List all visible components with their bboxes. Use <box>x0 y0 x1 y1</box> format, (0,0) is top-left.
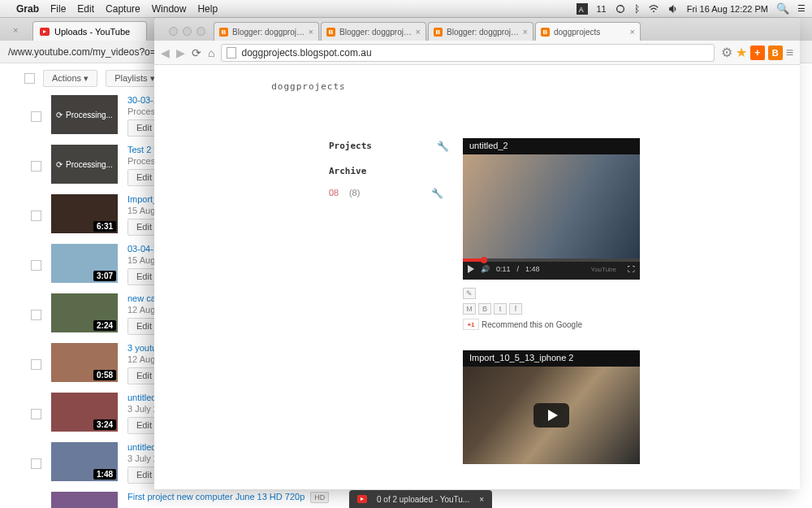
wifi-icon[interactable] <box>648 3 659 15</box>
tab-label: Blogger: doggprojects – A <box>339 28 412 37</box>
video-thumbnail[interactable]: 6:31 <box>51 194 118 233</box>
volume-icon[interactable] <box>667 3 679 15</box>
address-bar[interactable]: doggprojects.blogspot.com.au <box>221 44 714 62</box>
menu-capture[interactable]: Capture <box>106 3 140 15</box>
row-checkbox[interactable] <box>31 260 41 271</box>
video-title-bar: untitled_2 <box>463 138 640 154</box>
processing-overlay: ⟳Processing... <box>51 95 118 134</box>
browser-tab[interactable]: BBlogger: doggprojects – A× <box>214 22 319 41</box>
duration-badge: 2:24 <box>93 320 116 331</box>
row-checkbox[interactable] <box>31 409 41 419</box>
duration-badge: 6:31 <box>93 221 116 232</box>
google-plus-one-button[interactable]: +1 <box>463 319 479 330</box>
notifications-icon[interactable]: ☰ <box>797 3 806 14</box>
menu-edit[interactable]: Edit <box>77 3 94 15</box>
bluetooth-icon[interactable]: ᛒ <box>634 3 640 15</box>
video-thumbnail[interactable]: ⟳Processing... <box>51 145 118 184</box>
minimized-window-tab[interactable]: 0 of 2 uploaded - YouTu... × <box>349 490 492 508</box>
video-thumbnail[interactable]: ⟳Processing... <box>51 95 118 134</box>
video-thumbnail[interactable] <box>51 492 118 508</box>
sidebar-archive-header[interactable]: Archive <box>329 166 366 176</box>
share-twitter-icon[interactable]: t <box>494 303 507 315</box>
play-icon[interactable] <box>468 265 474 273</box>
embedded-video[interactable]: Import_10_5_13_iphone 2 <box>463 350 640 464</box>
archive-month[interactable]: 08 <box>329 188 339 198</box>
fg-toolbar: ◀ ▶ ⟳ ⌂ doggprojects.blogspot.com.au ⚙ ★… <box>154 41 800 65</box>
bg-tab-youtube[interactable]: × Uploads - YouTube <box>32 21 147 41</box>
row-checkbox[interactable] <box>31 211 41 221</box>
processing-overlay: ⟳Processing... <box>51 145 118 184</box>
embedded-video[interactable]: untitled_2 🔊 0:11 / 1:48 YouTube ⛶ <box>463 138 640 280</box>
close-tab-icon[interactable]: × <box>630 27 635 37</box>
adobe-icon[interactable]: A <box>577 3 588 15</box>
play-icon[interactable] <box>533 403 569 428</box>
home-icon[interactable]: ⌂ <box>208 46 214 59</box>
youtube-favicon-icon <box>357 495 367 503</box>
browser-tab[interactable]: BBlogger: doggprojects – A× <box>321 22 426 41</box>
row-checkbox[interactable] <box>31 161 41 172</box>
menu-help[interactable]: Help <box>197 3 218 15</box>
browser-tab[interactable]: BBlogger: doggprojects – A× <box>428 22 533 41</box>
volume-icon[interactable]: 🔊 <box>481 265 490 273</box>
video-frame[interactable] <box>463 367 640 464</box>
video-title[interactable]: First project new computer June 13 HD 72… <box>127 492 304 501</box>
blogger-favicon-icon: B <box>326 28 335 37</box>
select-all-checkbox[interactable] <box>24 73 35 84</box>
video-progress[interactable] <box>463 258 640 262</box>
widget-edit-icon[interactable]: 🔧 <box>431 188 443 199</box>
fullscreen-icon[interactable]: ⛶ <box>628 265 635 273</box>
video-thumbnail[interactable]: 0:58 <box>51 343 118 382</box>
close-tab-icon[interactable]: × <box>416 27 421 37</box>
sync-icon[interactable] <box>615 3 626 15</box>
mac-menubar: Grab File Edit Capture Window Help A 11 … <box>0 0 812 18</box>
share-facebook-icon[interactable]: f <box>509 303 522 315</box>
close-tab-icon[interactable]: × <box>523 27 528 37</box>
addthis-icon[interactable]: + <box>750 46 765 60</box>
spotlight-icon[interactable]: 🔍 <box>776 2 789 15</box>
row-checkbox[interactable] <box>31 111 41 122</box>
reload-icon[interactable]: ⟳ <box>192 46 201 59</box>
duration-badge: 1:48 <box>93 469 116 480</box>
share-email-icon[interactable]: M <box>463 303 476 315</box>
post-edit-icon[interactable]: ✎ <box>463 288 476 299</box>
menu-app[interactable]: Grab <box>16 3 39 15</box>
blogger-icon[interactable]: B <box>768 46 783 60</box>
video-frame[interactable] <box>463 154 640 258</box>
blog-title[interactable]: doggprojects <box>154 81 463 92</box>
widget-edit-icon[interactable]: 🔧 <box>437 141 449 152</box>
page-icon <box>227 47 236 59</box>
hd-badge: HD <box>310 492 329 503</box>
duration-badge: 3:07 <box>93 271 116 281</box>
minimized-window-label: 0 of 2 uploaded - YouTu... <box>377 495 469 504</box>
close-tab-icon[interactable]: × <box>13 25 18 35</box>
blogger-favicon-icon: B <box>434 28 443 37</box>
bg-url: /www.youtube.com/my_videos?o=U <box>8 46 162 58</box>
sidebar-projects-header[interactable]: Projects <box>329 141 372 151</box>
star-icon[interactable]: ★ <box>736 45 747 60</box>
youtube-logo-icon[interactable]: YouTube <box>591 266 616 273</box>
menubar-clock[interactable]: Fri 16 Aug 12:22 PM <box>687 4 768 14</box>
row-checkbox[interactable] <box>31 359 41 370</box>
video-thumbnail[interactable]: 1:48 <box>51 442 118 481</box>
share-blogthis-icon[interactable]: B <box>478 303 491 315</box>
video-thumbnail[interactable]: 3:07 <box>51 244 118 283</box>
menu-file[interactable]: File <box>50 3 66 15</box>
fg-tab-strip: BBlogger: doggprojects – A×BBlogger: dog… <box>154 18 800 41</box>
chrome-menu-icon[interactable]: ≡ <box>786 46 793 60</box>
window-traffic-lights[interactable] <box>161 27 214 41</box>
actions-button[interactable]: Actions ▾ <box>43 70 97 87</box>
battery-text: 11 <box>596 4 606 14</box>
video-thumbnail[interactable]: 2:24 <box>51 293 118 332</box>
browser-tab[interactable]: Bdoggprojects× <box>535 22 641 41</box>
duration-badge: 0:58 <box>93 370 116 380</box>
close-tab-icon[interactable]: × <box>309 27 313 37</box>
gear-icon[interactable]: ⚙ <box>721 45 732 60</box>
back-icon[interactable]: ◀ <box>161 46 170 59</box>
close-icon[interactable]: × <box>479 495 484 504</box>
video-thumbnail[interactable]: 3:24 <box>51 393 118 432</box>
menu-window[interactable]: Window <box>152 3 187 15</box>
row-checkbox[interactable] <box>31 458 41 469</box>
archive-count: (8) <box>349 188 360 198</box>
row-checkbox[interactable] <box>31 310 41 320</box>
video-controls: 🔊 0:11 / 1:48 YouTube ⛶ <box>463 258 640 280</box>
